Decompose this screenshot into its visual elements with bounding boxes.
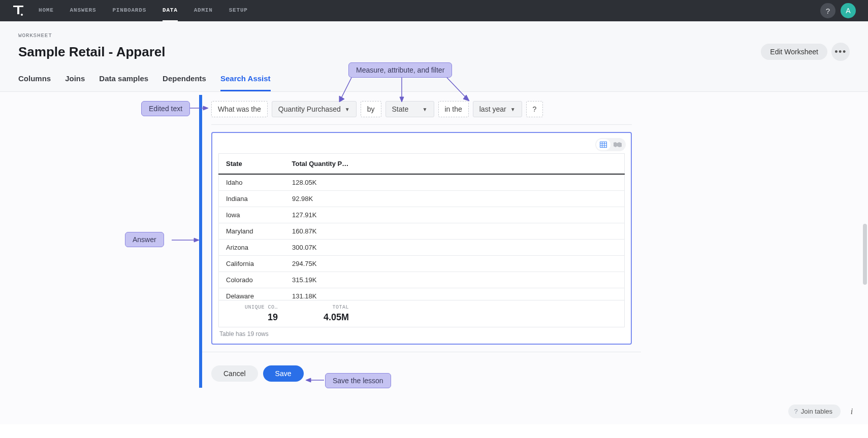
measure-value: Quantity Purchased bbox=[278, 105, 341, 113]
scrollbar[interactable] bbox=[863, 224, 867, 285]
arrow-icon bbox=[171, 236, 199, 244]
chevron-down-icon: ▼ bbox=[345, 107, 350, 112]
cell-state: Maryland bbox=[219, 223, 285, 240]
callout-edited-text: Edited text bbox=[141, 101, 190, 116]
svg-marker-9 bbox=[203, 106, 208, 110]
info-button[interactable]: i bbox=[846, 406, 858, 418]
nav-pinboards[interactable]: PINBOARDS bbox=[112, 0, 146, 21]
svg-line-14 bbox=[447, 78, 466, 98]
callout-measure-attribute-filter: Measure, attribute, and filter bbox=[348, 62, 452, 78]
viz-map-button[interactable] bbox=[610, 139, 625, 150]
cell-state: Iowa bbox=[219, 207, 285, 223]
svg-rect-0 bbox=[13, 6, 23, 7]
cell-state: Arizona bbox=[219, 240, 285, 256]
table-row[interactable]: Iowa127.91K bbox=[219, 207, 624, 223]
row-count-text: Table has 19 rows bbox=[218, 327, 625, 338]
tab-dependents[interactable]: Dependents bbox=[163, 74, 206, 91]
nav-setup[interactable]: SETUP bbox=[229, 0, 248, 21]
svg-marker-13 bbox=[400, 97, 404, 102]
more-menu-button[interactable]: ••• bbox=[831, 43, 850, 61]
query-text-1[interactable]: What was the bbox=[211, 101, 268, 117]
viz-table-button[interactable] bbox=[596, 139, 610, 150]
arrow-icon bbox=[305, 376, 325, 384]
cell-state: Colorado bbox=[219, 272, 285, 288]
viz-toggle bbox=[595, 138, 626, 151]
nav-admin[interactable]: ADMIN bbox=[194, 0, 213, 21]
svg-rect-1 bbox=[17, 7, 19, 14]
content: What was the Quantity Purchased ▼ by Sta… bbox=[0, 92, 868, 424]
result-table: State Total Quantity P… bbox=[218, 153, 625, 175]
page-header: WORKSHEET Sample Retail - Apparel Edit W… bbox=[0, 21, 868, 92]
edit-worksheet-button[interactable]: Edit Worksheet bbox=[761, 44, 827, 60]
nav-data[interactable]: DATA bbox=[163, 0, 178, 21]
help-button[interactable]: ? bbox=[820, 3, 835, 18]
arrow-icon bbox=[338, 77, 353, 102]
table-footer: UNIQUE CO… 19 TOTAL 4.05M bbox=[218, 300, 625, 327]
tab-columns[interactable]: Columns bbox=[18, 74, 51, 91]
cell-quantity: 300.07K bbox=[285, 240, 356, 256]
answer-panel: State Total Quantity P… Idaho128.05KIndi… bbox=[211, 132, 632, 345]
save-button[interactable]: Save bbox=[263, 365, 304, 382]
table-row[interactable]: Colorado315.19K bbox=[219, 272, 624, 288]
unique-count-label: UNIQUE CO… bbox=[226, 305, 278, 310]
measure-dropdown[interactable]: Quantity Purchased ▼ bbox=[272, 101, 357, 117]
table-row[interactable]: Indiana92.98K bbox=[219, 191, 624, 207]
join-tables-button[interactable]: ? Join tables bbox=[788, 405, 841, 418]
query-text-4[interactable]: ? bbox=[526, 101, 543, 117]
cell-quantity: 128.05K bbox=[285, 175, 356, 191]
svg-point-2 bbox=[21, 14, 23, 16]
cell-state: Delaware bbox=[219, 288, 285, 301]
chevron-down-icon: ▼ bbox=[423, 107, 428, 112]
attribute-value: State bbox=[392, 105, 409, 113]
total-label: TOTAL bbox=[292, 305, 349, 310]
query-text-3[interactable]: in the bbox=[438, 101, 469, 117]
cell-quantity: 92.98K bbox=[285, 191, 356, 207]
col-header-state[interactable]: State bbox=[219, 154, 285, 175]
action-row: Cancel Save bbox=[202, 352, 641, 388]
table-row[interactable]: Maryland160.87K bbox=[219, 223, 624, 240]
lesson-card: What was the Quantity Purchased ▼ by Sta… bbox=[199, 95, 641, 388]
top-nav: HOME ANSWERS PINBOARDS DATA ADMIN SETUP … bbox=[0, 0, 868, 21]
svg-line-10 bbox=[341, 78, 351, 98]
tab-search-assist[interactable]: Search Assist bbox=[220, 74, 271, 91]
filter-value: last year bbox=[479, 105, 506, 113]
join-tables-label: Join tables bbox=[801, 408, 832, 415]
nav-answers[interactable]: ANSWERS bbox=[70, 0, 97, 21]
breadcrumb: WORKSHEET bbox=[18, 32, 850, 39]
table-row[interactable]: Arizona300.07K bbox=[219, 240, 624, 256]
arrow-icon bbox=[399, 77, 404, 102]
col-header-blank bbox=[356, 154, 625, 175]
svg-rect-3 bbox=[600, 142, 607, 148]
table-row[interactable]: Idaho128.05K bbox=[219, 175, 624, 191]
attribute-dropdown[interactable]: State ▼ bbox=[385, 101, 434, 117]
app-logo[interactable] bbox=[12, 5, 24, 17]
unique-count-value: 19 bbox=[226, 312, 278, 323]
cancel-button[interactable]: Cancel bbox=[211, 365, 258, 382]
svg-marker-19 bbox=[306, 378, 311, 382]
info-icon: i bbox=[851, 407, 853, 416]
cell-quantity: 315.19K bbox=[285, 272, 356, 288]
cell-quantity: 131.18K bbox=[285, 288, 356, 301]
query-builder: What was the Quantity Purchased ▼ by Sta… bbox=[202, 95, 641, 122]
callout-answer: Answer bbox=[125, 232, 164, 247]
table-row[interactable]: Delaware131.18K bbox=[219, 288, 624, 301]
map-icon bbox=[613, 142, 622, 148]
table-icon bbox=[600, 142, 607, 148]
nav-home[interactable]: HOME bbox=[39, 0, 54, 21]
table-row[interactable]: California294.75K bbox=[219, 256, 624, 272]
tab-joins[interactable]: Joins bbox=[65, 74, 85, 91]
filter-dropdown[interactable]: last year ▼ bbox=[473, 101, 522, 117]
avatar[interactable]: A bbox=[841, 3, 856, 18]
svg-marker-17 bbox=[194, 238, 199, 242]
cell-quantity: 294.75K bbox=[285, 256, 356, 272]
page-title: Sample Retail - Apparel bbox=[18, 44, 165, 60]
table-body-scroll[interactable]: Idaho128.05KIndiana92.98KIowa127.91KMary… bbox=[218, 175, 625, 300]
tab-data-samples[interactable]: Data samples bbox=[99, 74, 148, 91]
nav-links: HOME ANSWERS PINBOARDS DATA ADMIN SETUP bbox=[39, 0, 248, 21]
ellipsis-icon: ••• bbox=[834, 47, 846, 57]
col-header-quantity[interactable]: Total Quantity P… bbox=[285, 154, 356, 175]
chevron-down-icon: ▼ bbox=[510, 107, 516, 112]
query-text-2[interactable]: by bbox=[361, 101, 381, 117]
callout-save-lesson: Save the lesson bbox=[325, 373, 391, 388]
cell-state: California bbox=[219, 256, 285, 272]
